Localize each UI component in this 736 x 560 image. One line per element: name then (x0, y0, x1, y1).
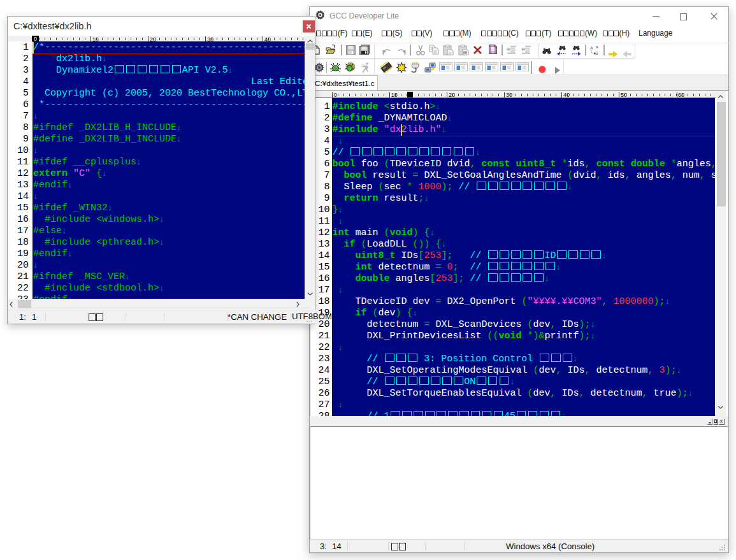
svg-text:A: A (590, 46, 593, 50)
svg-text:B: B (595, 51, 598, 55)
